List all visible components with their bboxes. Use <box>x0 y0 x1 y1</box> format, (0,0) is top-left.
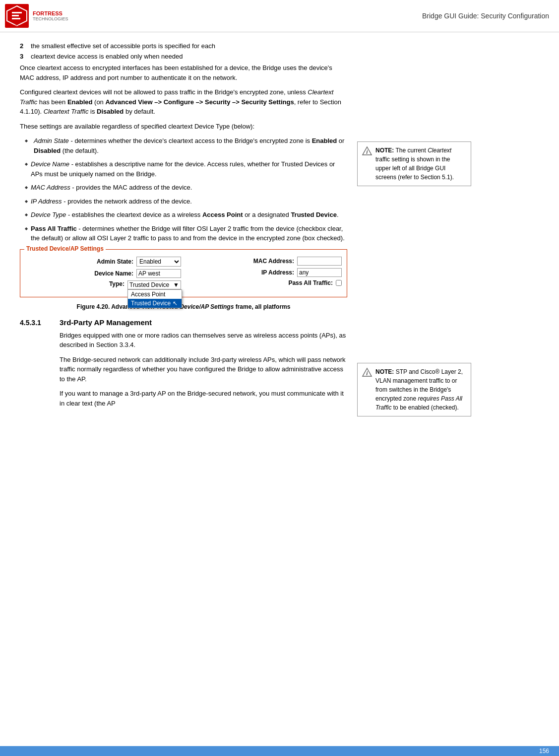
svg-rect-2 <box>12 12 22 13</box>
device-name-row: Device Name: <box>25 269 181 278</box>
mac-address-label: MAC Address: <box>253 258 294 265</box>
logo-text: FORTRESS TECHNOLOGIES <box>33 10 68 21</box>
type-select-display[interactable]: Trusted Device ▼ <box>127 280 181 289</box>
bullet-list: Admin State - determines whether the dev… <box>25 136 347 243</box>
section-para-1: Bridges equipped with one or more radios… <box>60 331 347 350</box>
logo-area: FORTRESS FORTRESS TECHNOLOGIES <box>5 4 68 28</box>
numbered-item-2: 2 the smallest effective set of accessib… <box>20 42 347 50</box>
svg-text:i: i <box>367 149 368 155</box>
admin-state-row: Admin State: Enabled Disabled <box>25 257 181 267</box>
device-name-label: Device Name: <box>94 270 133 277</box>
bullet-ip-address: IP Address - provides the network addres… <box>25 197 347 206</box>
bullet-admin-state: Admin State - determines whether the dev… <box>25 136 347 155</box>
side-column: i NOTE: The current Cleartext traffic se… <box>357 42 471 424</box>
item-text-2: the smallest effective set of accessible… <box>31 42 215 50</box>
side-spacer-top <box>357 42 471 141</box>
type-row: Type: Trusted Device ▼ Access Point Trus… <box>25 280 181 289</box>
footer: 156 <box>0 746 559 756</box>
header-title: Bridge GUI Guide: Security Configuration <box>422 12 549 20</box>
side-spacer-mid <box>357 194 471 363</box>
ip-address-label: IP Address: <box>261 269 294 276</box>
main-column: 2 the smallest effective set of accessib… <box>20 42 347 424</box>
note-box-2: i NOTE: STP and Cisco® Layer 2, VLAN man… <box>357 363 471 416</box>
settings-frame: Trusted Device/AP Settings Admin State: … <box>20 249 347 297</box>
admin-state-label: Admin State: <box>97 258 133 265</box>
admin-state-select[interactable]: Enabled Disabled <box>136 257 181 267</box>
header: FORTRESS FORTRESS TECHNOLOGIES Bridge GU… <box>0 0 559 32</box>
note-box-1: i NOTE: The current Cleartext traffic se… <box>357 141 471 186</box>
note-2-text: NOTE: STP and Cisco® Layer 2, VLAN manag… <box>375 367 467 412</box>
dropdown-access-point[interactable]: Access Point <box>128 290 182 299</box>
item-num-3: 3 <box>20 53 27 60</box>
note-icon-2: i <box>362 367 373 378</box>
settings-frame-title: Trusted Device/AP Settings <box>24 245 106 252</box>
paragraph-3: These settings are available regardless … <box>20 122 347 132</box>
paragraph-1: Once cleartext access to encrypted inter… <box>20 63 347 82</box>
settings-grid: Admin State: Enabled Disabled Device Nam… <box>25 257 342 292</box>
section-num: 4.5.3.1 <box>20 319 50 327</box>
section-para-3: If you want to manage a 3rd-party AP on … <box>60 389 347 408</box>
bullet-device-type: Device Type - establishes the cleartext … <box>25 210 347 220</box>
numbered-item-3: 3 cleartext device access is enabled onl… <box>20 53 347 60</box>
svg-rect-4 <box>12 18 20 19</box>
type-dropdown-arrow: ▼ <box>173 281 179 288</box>
item-text-3: cleartext device access is enabled only … <box>31 53 183 60</box>
dropdown-trusted-device[interactable]: Trusted Device ↖ <box>128 299 182 308</box>
section-para-2: The Bridge-secured network can additiona… <box>60 355 347 384</box>
bullet-mac-address: MAC Address - provides the MAC address o… <box>25 183 347 193</box>
item-num-2: 2 <box>20 42 27 50</box>
ip-address-row: IP Address: <box>186 268 342 277</box>
bullet-pass-all-traffic: Pass All Traffic - determines whether th… <box>25 224 347 243</box>
fortress-logo-icon: FORTRESS <box>5 4 29 28</box>
type-dropdown-menu: Access Point Trusted Device ↖ <box>127 289 182 308</box>
svg-rect-3 <box>12 15 19 16</box>
main-content: 2 the smallest effective set of accessib… <box>0 32 559 434</box>
section-title: 3rd-Party AP Management <box>60 318 152 327</box>
type-label: Type: <box>109 280 124 287</box>
mac-address-row: MAC Address: <box>186 257 342 266</box>
type-dropdown-container: Trusted Device ▼ Access Point Trusted De… <box>127 280 181 289</box>
note-icon-1: i <box>362 146 373 157</box>
left-fields: Admin State: Enabled Disabled Device Nam… <box>25 257 181 292</box>
note-1-text: NOTE: The current Cleartext traffic sett… <box>375 146 467 182</box>
section-body: Bridges equipped with one or more radios… <box>60 331 347 409</box>
svg-text:FORTRESS: FORTRESS <box>8 24 22 27</box>
mac-address-input[interactable] <box>297 257 342 266</box>
type-select-value: Trusted Device <box>129 281 169 288</box>
pass-all-traffic-label: Pass All Traffic: <box>288 279 333 286</box>
page-number: 156 <box>539 748 549 755</box>
bullet-device-name: Device Name - establishes a descriptive … <box>25 159 347 179</box>
svg-text:i: i <box>367 371 368 376</box>
ip-address-input[interactable] <box>297 268 342 277</box>
paragraph-2: Configured cleartext devices will not be… <box>20 87 347 117</box>
pass-all-traffic-row: Pass All Traffic: <box>186 279 342 286</box>
right-fields: MAC Address: IP Address: Pass All Traffi… <box>186 257 342 292</box>
device-name-input[interactable] <box>136 269 181 278</box>
section-heading: 4.5.3.1 3rd-Party AP Management <box>20 318 347 327</box>
pass-all-traffic-checkbox[interactable] <box>336 280 342 286</box>
figure-caption: Figure 4.20. Advanced View Trusted Devic… <box>20 303 347 310</box>
